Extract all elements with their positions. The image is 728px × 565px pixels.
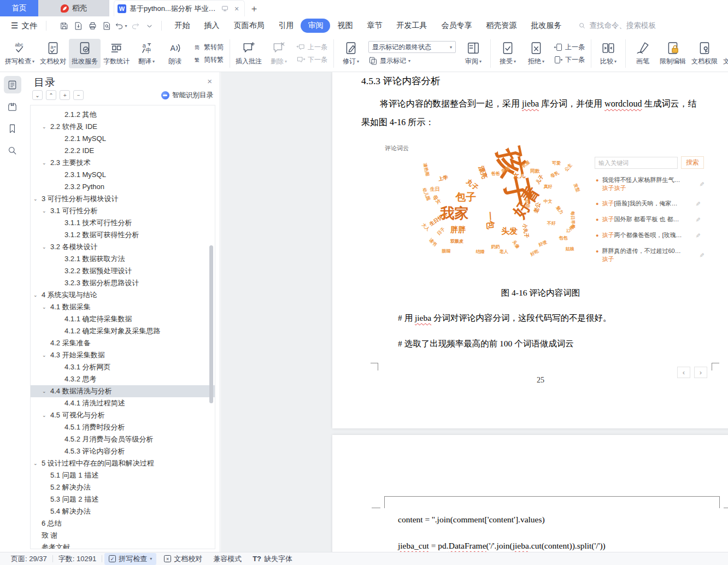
menu-tab[interactable]: 审阅: [301, 19, 330, 33]
comment-item[interactable]: ●孩子两个都像爸爸呗，[玫瑰…✎: [595, 231, 711, 240]
file-menu-button[interactable]: ☰ 文件: [8, 19, 40, 33]
toc-item[interactable]: ⌄4.5 可视化与分析: [31, 409, 215, 421]
chevron-down-icon[interactable]: ⌄: [33, 457, 38, 469]
toc-item[interactable]: 5.1 问题 1 描述: [31, 469, 215, 481]
document-page-26[interactable]: content = ''.join(comment['content'].val…: [332, 435, 728, 552]
toc-item[interactable]: 4.3.2 思考: [31, 373, 215, 385]
restrict-edit-button[interactable]: 限制编辑: [657, 39, 689, 68]
toc-item[interactable]: 参考文献: [31, 542, 215, 549]
reject-button[interactable]: 拒绝▾: [522, 39, 550, 68]
tab-home[interactable]: 首页: [0, 0, 38, 16]
translate-button[interactable]: a中翻译▾: [132, 39, 161, 68]
rev-prev-button[interactable]: 上一条: [554, 43, 585, 52]
toc-item[interactable]: 4.5.3 评论内容分析: [31, 445, 215, 457]
toc-scrollbar[interactable]: [209, 245, 213, 403]
tab-docer[interactable]: 稻壳: [38, 0, 109, 16]
monitor-icon[interactable]: [220, 4, 229, 13]
redo-icon[interactable]: [128, 19, 142, 32]
print-preview-icon[interactable]: [100, 19, 113, 32]
command-search[interactable]: 查找命令、搜索模板: [578, 21, 656, 31]
collapse-item-button[interactable]: －: [73, 90, 84, 100]
comment-add-button[interactable]: 插入批注: [233, 39, 265, 68]
link-icon[interactable]: ✎: [693, 233, 702, 238]
toc-item[interactable]: 2.3.1 MySQL: [31, 169, 215, 181]
chevron-down-icon[interactable]: ⌄: [42, 121, 46, 133]
expand-all-button[interactable]: ⌃: [46, 90, 56, 100]
toc-item[interactable]: 6 总结: [31, 517, 215, 529]
toc-item[interactable]: 2.1.2 其他: [31, 109, 215, 121]
toc-item[interactable]: ⌄4.4 数据清洗与分析: [31, 385, 215, 397]
spellcheck-toggle[interactable]: ✓ 拼写检查 ▾: [104, 553, 156, 565]
chevron-down-icon[interactable]: ⌄: [42, 409, 46, 421]
chevron-down-icon[interactable]: ⌄: [33, 193, 38, 205]
comment-next-button[interactable]: 下一条: [296, 55, 327, 64]
compatibility-mode[interactable]: 兼容模式: [208, 554, 247, 564]
close-panel-icon[interactable]: ×: [207, 76, 212, 86]
wordcount-button[interactable]: 字数统计: [101, 39, 132, 68]
chevron-down-icon[interactable]: ⌄: [42, 301, 46, 313]
compare-button[interactable]: 比较▾: [594, 39, 623, 68]
toc-item[interactable]: ⌄3 可行性分析与模块设计: [31, 193, 215, 205]
link-icon[interactable]: ✎: [693, 201, 702, 206]
zh-trad-button[interactable]: 繁简转繁: [192, 55, 224, 64]
search-button[interactable]: 搜索: [681, 156, 704, 169]
toc-item[interactable]: 3.1.1 技术可行性分析: [31, 217, 215, 229]
toc-item[interactable]: ⌄4.3 开始采集数据: [31, 349, 215, 361]
save-icon[interactable]: [57, 19, 71, 32]
search-pane-icon[interactable]: [4, 142, 21, 159]
toc-item[interactable]: ⌄2.3 主要技术: [31, 157, 215, 169]
link-icon[interactable]: ✎: [689, 181, 706, 186]
menu-tab[interactable]: 插入: [197, 19, 226, 33]
spellcheck-button[interactable]: abc拼写检查▾: [2, 39, 37, 68]
menu-tab[interactable]: 开始: [167, 19, 197, 33]
smart-toc-button[interactable]: 智能识别目录: [161, 91, 213, 100]
toc-item[interactable]: 4.3.1 分析网页: [31, 361, 215, 373]
comment-prev-button[interactable]: 上一条: [296, 43, 327, 52]
chevron-down-icon[interactable]: ⌄: [42, 349, 46, 361]
toc-item[interactable]: 5.2 解决办法: [31, 481, 215, 493]
menu-tab[interactable]: 批改服务: [524, 19, 568, 33]
link-icon[interactable]: ✎: [689, 252, 706, 257]
comment-item[interactable]: ●胖胖真的遗传，不过超过60…孩子✎: [595, 247, 711, 263]
toc-item[interactable]: 4.4.1 清洗过程简述: [31, 397, 215, 409]
markup-state-select[interactable]: 显示标记的最终状态▾: [368, 41, 456, 53]
outline-pane-icon[interactable]: [4, 76, 21, 93]
chevron-down-icon[interactable]: ⌄: [42, 241, 46, 253]
expand-item-button[interactable]: ＋: [60, 90, 70, 100]
toc-item[interactable]: 2.2.1 MySQL: [31, 133, 215, 145]
doc-permission-button[interactable]: 文档权限: [689, 39, 720, 68]
menu-tab[interactable]: 稻壳资源: [479, 19, 524, 33]
keyword-input[interactable]: [595, 157, 678, 169]
toc-item[interactable]: ⌄5 设计过程中存在的问题和解决过程: [31, 457, 215, 469]
bookmark-pane-icon[interactable]: [4, 120, 21, 137]
doc-certify-button[interactable]: 文档认证: [720, 39, 728, 68]
toc-item[interactable]: 4.5.1 消费时段分析: [31, 421, 215, 433]
comment-item[interactable]: ●孩子国外那 都看平板 也 都…✎: [595, 215, 711, 224]
toc-item[interactable]: 致 谢: [31, 529, 215, 542]
new-tab-button[interactable]: ＋: [245, 0, 263, 16]
toc-item[interactable]: 2.2.2 IDE: [31, 145, 215, 157]
link-icon[interactable]: ✎: [693, 217, 702, 222]
review-pane-button[interactable]: 审阅▾: [459, 39, 488, 68]
wordcloud-figure[interactable]: 评论词云 孩子好看我家包子一包胖胖头发丸子漂亮女儿同款幸福爸爸衣服上学生日母女生…: [376, 141, 716, 274]
chevron-down-icon[interactable]: ⌄: [42, 157, 46, 169]
comment-item[interactable]: ●孩子[捂脸]我的天呐，俺家…✎: [595, 199, 711, 208]
chevron-down-icon[interactable]: ⌄: [33, 289, 38, 301]
toc-item[interactable]: 3.1.2 数据可获得性分析: [31, 229, 215, 241]
menu-tab[interactable]: 视图: [330, 19, 360, 33]
comment-item[interactable]: ●我觉得不怪人家杨胖胖生气…孩子孩子✎: [595, 176, 711, 192]
document-page-25[interactable]: 4.5.3 评论内容分析 将评论内容的数据整合到一起，采用 jieba 库分词，…: [332, 72, 728, 428]
zh-simp-button[interactable]: 简繁转简: [192, 43, 224, 52]
toc-item[interactable]: 3.2.1 数据获取方法: [31, 253, 215, 265]
chevron-down-icon[interactable]: ⌄: [42, 385, 46, 397]
toc-item[interactable]: 4.2 采集准备: [31, 337, 215, 349]
grading-button[interactable]: 批改服务: [69, 39, 101, 68]
toc-item[interactable]: 2.3.2 Python: [31, 181, 215, 193]
chevron-down-icon[interactable]: ⌄: [42, 205, 46, 217]
toc-item[interactable]: ⌄2.2 软件及 IDE: [31, 121, 215, 133]
toc-item[interactable]: ⌄3.2 各模块设计: [31, 241, 215, 253]
menu-tab[interactable]: 会员专享: [434, 19, 479, 33]
tab-document[interactable]: W 基于python...据分析 毕业论文 ×: [114, 0, 245, 16]
menu-tab[interactable]: 开发工具: [389, 19, 434, 33]
toc-item[interactable]: 3.2.3 数据分析思路设计: [31, 277, 215, 289]
